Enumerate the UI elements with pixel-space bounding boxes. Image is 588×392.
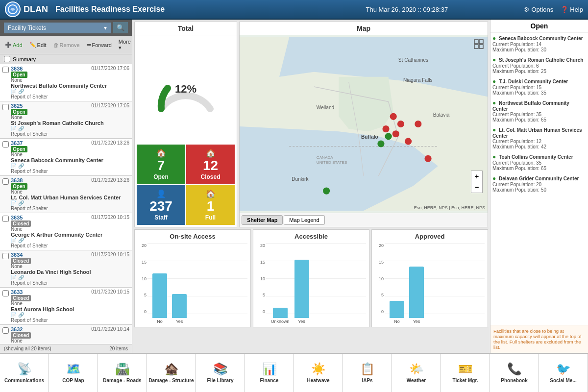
ticket-report: Report of Shelter <box>11 131 129 137</box>
map-container[interactable]: St Catharines Niagara Falls Welland Bata… <box>240 35 488 213</box>
closed-icon: 🏠 <box>206 148 216 158</box>
ticket-date: 01/17/2020 10:15 <box>91 289 129 295</box>
nav-item-damage-structure[interactable]: 🏚️ Damage - Structure <box>147 354 196 392</box>
facility-status-dot: ● <box>492 99 496 106</box>
zoom-in-button[interactable]: + <box>471 171 482 182</box>
center-top: Total 12% 🏠 7 <box>134 22 488 227</box>
map-legend-tab[interactable]: Map Legend <box>284 215 324 225</box>
ticket-item[interactable]: 3636 01/17/2020 17:06 Open None Northwes… <box>0 64 132 101</box>
gear-icon: ⚙ <box>524 6 530 13</box>
ticket-checkbox[interactable] <box>2 290 9 296</box>
ticket-item[interactable]: 3635 01/17/2020 10:15 Closed None George… <box>0 213 132 250</box>
ticket-report: Report of Shelter <box>11 169 129 174</box>
edit-button[interactable]: ✏️ Edit <box>27 41 49 49</box>
help-icon: ❓ <box>561 6 568 13</box>
weather-label: Weather <box>407 378 426 384</box>
staff-stat: 👤 237 Staff <box>137 185 185 225</box>
facility-status-dot: ● <box>492 126 496 133</box>
gauge-wrapper: 12% <box>151 55 220 123</box>
map-grid-icon[interactable] <box>474 39 484 50</box>
svg-point-11 <box>397 121 404 127</box>
facility-current-pop: Current Population: 20 <box>492 182 586 187</box>
nav-item-communications[interactable]: 📡 Communications <box>0 354 49 392</box>
options-button[interactable]: ⚙ Options <box>524 6 553 13</box>
svg-point-13 <box>405 138 412 145</box>
more-button[interactable]: More ▾ <box>117 38 133 52</box>
heatwave-label: Heatwave <box>307 378 329 384</box>
ticket-sub: None <box>11 338 129 343</box>
ticket-icons: 📄 🔗 <box>11 238 129 243</box>
app-header: DLAN Facilities Readiness Exercise Thu M… <box>0 0 588 20</box>
ticket-date: 01/17/2020 10:14 <box>91 326 129 332</box>
accessible-chart: Accessible 20151050 Unknown <box>253 229 369 327</box>
svg-rect-23 <box>479 45 483 49</box>
ticket-checkbox[interactable] <box>2 327 9 334</box>
ticket-name: Seneca Babcock Community Center <box>11 157 129 163</box>
onsite-chart: On-site Access 20151050 No <box>134 229 251 327</box>
nav-item-heatwave[interactable]: ☀️ Heatwave <box>294 354 343 392</box>
facility-name: ● Lt. Col. Matt Urban Human Services Cen… <box>492 126 586 139</box>
ticket-checkbox[interactable] <box>2 141 9 147</box>
ticket-checkbox[interactable] <box>2 178 9 185</box>
phonebook-label: Phonebook <box>501 378 527 384</box>
stats-boxes: 🏠 7 Open 🏠 12 Closed 👤 237 Staff <box>135 143 237 227</box>
ticket-info: 3633 01/17/2020 10:15 Closed None East A… <box>11 289 129 323</box>
forward-button[interactable]: ➡ Forward <box>85 41 114 49</box>
facility-item: ● Seneca Babcock Community Center Curren… <box>492 35 586 52</box>
ticket-date: 01/17/2020 17:05 <box>91 103 129 109</box>
ticket-icons: 📄 🔗 <box>11 312 129 318</box>
ticket-info: 3635 01/17/2020 10:15 Closed None George… <box>11 215 129 248</box>
add-button[interactable]: ➕ Add <box>3 41 24 49</box>
onsite-chart-area: 20151050 No Yes <box>138 243 247 324</box>
nav-item-social-media[interactable]: 🐦 Social Me... <box>539 354 588 392</box>
nav-item-iaps[interactable]: 📋 IAPs <box>343 354 392 392</box>
nav-item-weather[interactable]: 🌤️ Weather <box>392 354 441 392</box>
ticket-item[interactable]: 3638 01/17/2020 13:26 Open None Lt. Col.… <box>0 176 132 213</box>
accessible-bars: Unknown Yes <box>261 260 361 324</box>
ticket-checkbox[interactable] <box>2 216 9 222</box>
communications-icon: 📡 <box>17 362 32 376</box>
zoom-out-button[interactable]: − <box>471 182 482 193</box>
open-stat: 🏠 7 Open <box>137 145 185 184</box>
file-library-icon: 📚 <box>213 362 228 376</box>
nav-item-file-library[interactable]: 📚 File Library <box>196 354 245 392</box>
remove-button[interactable]: 🗑 Remove <box>51 41 82 49</box>
finance-icon: 📊 <box>262 362 277 376</box>
help-button[interactable]: ❓ Help <box>561 6 583 13</box>
facility-current-pop: Current Population: 12 <box>492 139 586 144</box>
ticket-checkbox[interactable] <box>2 104 9 110</box>
ticket-item[interactable]: 3625 01/17/2020 17:05 Open None St Josep… <box>0 101 132 139</box>
nav-item-damage-roads[interactable]: 🛣️ Damage - Roads <box>98 354 147 392</box>
datetime-display: Thu Mar 26, 2020 :: 09:28:37 <box>290 6 524 13</box>
full-icon: 🏠 <box>206 189 216 198</box>
ticket-item[interactable]: 3637 01/17/2020 13:26 Open None Seneca B… <box>0 139 132 176</box>
app-logo: DLAN <box>5 1 48 17</box>
ticket-item[interactable]: 3634 01/17/2020 10:15 Closed None Leonar… <box>0 250 132 288</box>
ticket-info: 3637 01/17/2020 13:26 Open None Seneca B… <box>11 140 129 174</box>
facility-max-pop: Maximum Population: 50 <box>492 187 586 193</box>
approved-bar-no: No <box>390 301 404 324</box>
nav-item-finance[interactable]: 📊 Finance <box>245 354 294 392</box>
ticket-report: Report of Shelter <box>11 206 129 211</box>
summary-checkbox[interactable] <box>4 56 10 62</box>
facility-tickets-dropdown[interactable]: Facility Tickets ▾ <box>4 23 111 33</box>
onsite-bar-yes: Yes <box>172 294 187 324</box>
nav-item-ticket-mgr[interactable]: 🎫 Ticket Mgr. <box>441 354 490 392</box>
ticket-item[interactable]: 3633 01/17/2020 10:15 Closed None East A… <box>0 288 132 325</box>
onsite-bar-no: No <box>152 273 167 324</box>
accessible-bar-unknown: Unknown <box>271 308 290 324</box>
panel-header: Facility Tickets ▾ 🔍 <box>0 20 132 36</box>
ticket-checkbox[interactable] <box>2 253 9 259</box>
svg-point-17 <box>385 133 392 140</box>
facility-max-pop: Maximum Population: 30 <box>492 47 586 52</box>
shelter-map-tab[interactable]: Shelter Map <box>242 215 283 225</box>
facility-max-pop: Maximum Population: 65 <box>492 166 586 171</box>
ticket-number: 3632 <box>11 326 23 332</box>
phonebook-icon: 📞 <box>507 362 522 376</box>
ticket-item[interactable]: 3632 01/17/2020 10:14 Closed None Buffal… <box>0 325 132 344</box>
nav-item-cop-map[interactable]: 🗺️ COP Map <box>49 354 98 392</box>
search-button[interactable]: 🔍 <box>113 22 128 33</box>
svg-rect-20 <box>474 40 478 44</box>
nav-item-phonebook[interactable]: 📞 Phonebook <box>490 354 539 392</box>
ticket-checkbox[interactable] <box>2 67 9 73</box>
